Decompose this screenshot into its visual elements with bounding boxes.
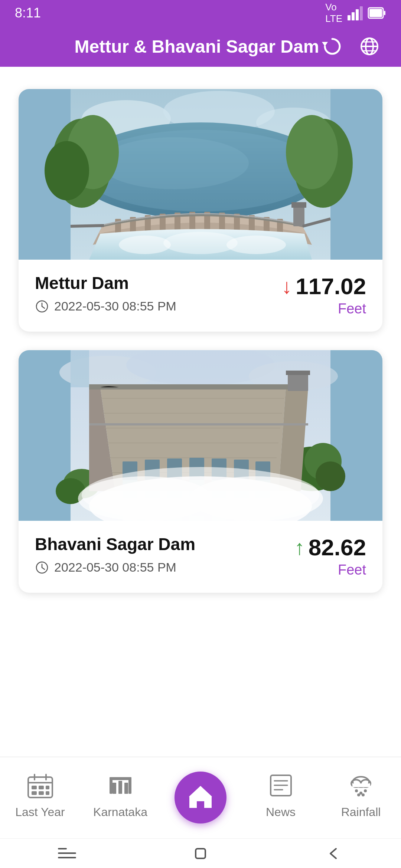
svg-rect-77 xyxy=(89,384,308,389)
svg-point-37 xyxy=(119,236,171,254)
bhavani-level-value: 82.62 xyxy=(309,534,366,560)
home-fab-container xyxy=(175,772,226,823)
svg-point-22 xyxy=(45,141,89,200)
svg-rect-91 xyxy=(32,791,37,795)
svg-rect-0 xyxy=(348,15,351,20)
svg-point-19 xyxy=(100,137,249,189)
svg-rect-6 xyxy=(369,9,382,17)
android-nav xyxy=(0,838,401,868)
nav-karnataka-label: Karnataka xyxy=(93,805,147,819)
status-icons: VoLTE xyxy=(325,1,386,24)
trend-up-icon: ↑ xyxy=(294,535,305,559)
signal-icon xyxy=(347,5,363,21)
mettur-timestamp: 2022-05-30 08:55 PM xyxy=(35,299,176,313)
svg-rect-99 xyxy=(124,783,128,794)
news-icon xyxy=(266,770,296,800)
nav-karnataka[interactable]: Karnataka xyxy=(80,765,160,825)
bhavani-dam-image xyxy=(19,350,382,521)
clock-icon-2 xyxy=(35,560,49,575)
language-button[interactable] xyxy=(356,33,382,59)
bhavani-timestamp: 2022-05-30 08:55 PM xyxy=(35,560,195,575)
app-bar: Mettur & Bhavani Sagar Dam xyxy=(0,26,401,67)
main-content: Mettur Dam 2022-05-30 08:55 PM ↓ 117.02 xyxy=(0,67,401,786)
svg-rect-94 xyxy=(110,777,131,780)
svg-rect-1 xyxy=(352,12,355,20)
home-icon xyxy=(186,783,215,812)
location-icon xyxy=(105,770,135,800)
svg-rect-80 xyxy=(286,371,310,375)
svg-rect-93 xyxy=(46,791,49,795)
svg-rect-3 xyxy=(360,6,363,20)
svg-point-111 xyxy=(357,793,360,796)
mettur-dam-card[interactable]: Mettur Dam 2022-05-30 08:55 PM ↓ 117.02 xyxy=(19,89,382,332)
svg-point-110 xyxy=(364,789,367,792)
svg-marker-7 xyxy=(322,42,328,46)
home-button[interactable] xyxy=(175,772,226,823)
svg-rect-41 xyxy=(291,202,306,208)
svg-point-50 xyxy=(316,461,345,491)
svg-rect-96 xyxy=(128,777,131,794)
nav-rainfall[interactable]: Rainfall xyxy=(321,765,401,825)
nav-last-year-label: Last Year xyxy=(15,805,65,819)
battery-icon xyxy=(368,5,386,21)
svg-rect-78 xyxy=(71,350,89,387)
svg-rect-95 xyxy=(110,777,113,794)
bhavani-level: ↑ 82.62 Feet xyxy=(294,534,366,578)
volte-icon: VoLTE xyxy=(325,1,342,24)
mettur-level-value: 117.02 xyxy=(296,273,366,299)
app-title: Mettur & Bhavani Sagar Dam xyxy=(74,36,319,57)
mettur-name: Mettur Dam xyxy=(35,273,176,293)
trend-down-icon: ↓ xyxy=(281,274,292,298)
calendar-icon xyxy=(25,770,55,800)
svg-line-43 xyxy=(42,306,45,308)
menu-nav-icon[interactable] xyxy=(52,842,82,865)
svg-rect-116 xyxy=(196,849,205,858)
svg-point-76 xyxy=(82,467,319,521)
nav-rainfall-label: Rainfall xyxy=(341,805,381,819)
app-bar-actions xyxy=(319,33,382,59)
svg-point-108 xyxy=(355,789,358,792)
svg-rect-88 xyxy=(32,786,37,789)
svg-point-24 xyxy=(286,115,338,189)
svg-rect-107 xyxy=(352,783,370,787)
svg-rect-2 xyxy=(356,9,359,20)
status-time: 8:11 xyxy=(15,5,41,21)
nav-last-year[interactable]: Last Year xyxy=(0,765,80,825)
svg-rect-79 xyxy=(288,372,308,391)
svg-point-39 xyxy=(226,236,286,254)
status-bar: 8:11 VoLTE xyxy=(0,0,401,26)
bhavani-date: 2022-05-30 08:55 PM xyxy=(54,560,176,575)
home-nav-icon[interactable] xyxy=(186,842,215,865)
mettur-level: ↓ 117.02 Feet xyxy=(281,273,366,317)
svg-rect-98 xyxy=(118,781,122,794)
rainfall-icon xyxy=(346,770,376,800)
bhavani-info: Bhavani Sagar Dam 2022-05-30 08:55 PM ↑ … xyxy=(19,521,382,593)
svg-point-38 xyxy=(163,232,238,254)
svg-rect-90 xyxy=(46,786,49,789)
nav-news[interactable]: News xyxy=(241,765,321,825)
clock-icon xyxy=(35,299,49,313)
svg-line-83 xyxy=(42,568,45,569)
bhavani-dam-card[interactable]: Bhavani Sagar Dam 2022-05-30 08:55 PM ↑ … xyxy=(19,350,382,593)
mettur-info: Mettur Dam 2022-05-30 08:55 PM ↓ 117.02 xyxy=(19,260,382,332)
svg-rect-97 xyxy=(113,783,116,794)
svg-rect-89 xyxy=(39,786,44,789)
bhavani-name: Bhavani Sagar Dam xyxy=(35,534,195,554)
nav-news-label: News xyxy=(266,805,296,819)
mettur-unit: Feet xyxy=(281,301,366,317)
refresh-button[interactable] xyxy=(319,33,345,59)
svg-point-112 xyxy=(362,793,365,796)
mettur-date: 2022-05-30 08:55 PM xyxy=(54,299,176,313)
back-nav-icon[interactable] xyxy=(319,842,349,865)
bhavani-unit: Feet xyxy=(294,562,366,578)
mettur-dam-image xyxy=(19,89,382,260)
svg-rect-92 xyxy=(39,791,44,795)
svg-rect-5 xyxy=(384,11,385,15)
